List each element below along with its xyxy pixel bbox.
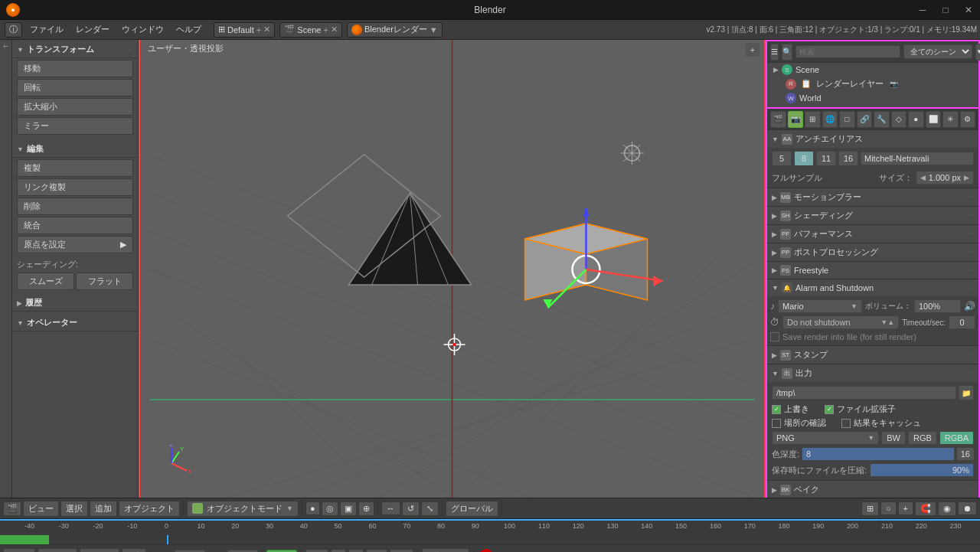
edit-header[interactable]: ▼ 編集 ··· <box>12 141 138 158</box>
jump-start-btn[interactable]: |◀◀ <box>305 549 329 552</box>
prop-scene-btn[interactable]: 🎬 <box>770 111 786 128</box>
menu-help[interactable]: ヘルプ <box>170 22 207 37</box>
layout-selector[interactable]: ⊞ Default + ✕ <box>214 22 275 38</box>
mirror-button[interactable]: ミラー <box>17 117 133 135</box>
prop-edit-btn[interactable]: ◉ <box>938 501 956 516</box>
scene-selector[interactable]: 🎬 Scene + ✕ <box>279 22 342 38</box>
timeline-view-btn[interactable]: ビュー <box>3 548 35 552</box>
scale-button[interactable]: 拡大縮小 <box>17 98 133 116</box>
timeout-val[interactable]: 0 <box>949 315 975 329</box>
prop-data-btn[interactable]: ◇ <box>891 111 907 128</box>
jump-end-btn[interactable]: ▶▶| <box>390 549 413 552</box>
outliner-scene[interactable]: ▶ S Scene <box>767 63 978 77</box>
alarm-header[interactable]: ▼ 🔔 Alarm and Shutdown ··· <box>767 279 978 296</box>
link-duplicate-button[interactable]: リンク複製 <box>17 178 133 196</box>
maximize-button[interactable]: □ <box>934 0 957 20</box>
sync-btn[interactable]: 同期しない <box>422 548 469 552</box>
bake-header[interactable]: ▶ BK ベイク ··· <box>767 481 978 498</box>
freestyle-header[interactable]: ▶ FS Freestyle ··· <box>767 262 978 279</box>
alarm-volume-field[interactable]: 100% <box>914 299 961 313</box>
format-select[interactable]: PNG ▼ <box>772 431 879 445</box>
rendered-shading-btn[interactable]: ⊕ <box>358 501 374 516</box>
operator-header[interactable]: ▼ オペレーター ··· <box>12 315 138 332</box>
viewport[interactable]: ユーザー・透視投影 + X Y Z <box>139 40 766 498</box>
timeline-marker-btn[interactable]: マーカー <box>38 548 77 552</box>
record-anim-btn[interactable]: ● <box>479 549 493 552</box>
move-button[interactable]: 移動 <box>17 60 133 77</box>
save-render-checkbox[interactable] <box>770 332 779 341</box>
shutdown-select[interactable]: Do not shutdown ▼▲ <box>782 315 899 329</box>
aa-8-btn[interactable]: 8 <box>794 151 814 166</box>
depth-16-field[interactable]: 16 <box>957 448 974 460</box>
output-header[interactable]: ▼ 出 出力 ··· <box>767 364 978 382</box>
rotate-button[interactable]: 回転 <box>17 79 133 96</box>
transform-header[interactable]: ▼ トランスフォーム ··· <box>12 41 138 58</box>
output-path-field[interactable]: /tmp\ <box>772 386 956 400</box>
prop-physics-btn[interactable]: ⚙ <box>960 111 976 128</box>
timeline-frame-btn[interactable]: フレーム <box>80 548 119 552</box>
global-btn[interactable]: グローバル <box>446 501 498 517</box>
outliner-icon-btn[interactable]: ☰ <box>770 44 779 60</box>
antialias-header[interactable]: ▼ AA アンチエイリアス ··· <box>767 130 978 148</box>
move-tool-btn[interactable]: ↔ <box>381 501 400 515</box>
prop-layers-btn[interactable]: ⊞ <box>805 111 821 128</box>
smooth-button[interactable]: スムーズ <box>17 273 74 290</box>
prop-world-btn[interactable]: 🌐 <box>822 111 838 128</box>
timeline-bar[interactable] <box>0 535 980 544</box>
prop-constraints-btn[interactable]: 🔗 <box>857 111 873 128</box>
aa-16-btn[interactable]: 16 <box>838 151 858 166</box>
minimize-button[interactable]: ─ <box>911 0 934 20</box>
info-icon-btn[interactable]: ⓘ <box>5 22 22 38</box>
overlay-btn[interactable]: ○ <box>880 501 897 515</box>
post-proc-header[interactable]: ▶ PP ポストプロセッシング ··· <box>767 243 978 261</box>
overwrite-checkbox[interactable]: ✓ <box>772 405 781 414</box>
prop-render-btn[interactable]: 📷 <box>788 111 804 128</box>
timeline-play-btn[interactable]: 再生 <box>122 548 146 552</box>
prop-object-btn[interactable]: □ <box>839 111 855 128</box>
wire-shading-btn[interactable]: ◎ <box>322 501 338 516</box>
rgba-btn[interactable]: RGBA <box>939 431 974 445</box>
cache-checkbox[interactable] <box>841 419 851 428</box>
scale-tool-btn[interactable]: ⤡ <box>421 501 439 516</box>
shading-props-header[interactable]: ▶ SH シェーディング ··· <box>767 207 978 224</box>
play-btn[interactable]: ▶ <box>348 549 364 552</box>
outliner-search-input[interactable] <box>795 45 900 58</box>
output-folder-btn[interactable]: 📁 <box>959 385 974 400</box>
outliner-filter-btn[interactable]: ▼ <box>975 44 980 60</box>
close-button[interactable]: ✕ <box>957 0 980 20</box>
prop-particles-btn[interactable]: ✳ <box>942 111 959 128</box>
object-mode-btn[interactable]: オブジェクトモード ▼ <box>187 501 299 517</box>
rgb-btn[interactable]: RGB <box>908 431 937 445</box>
stamp-header[interactable]: ▶ ST スタンプ ··· <box>767 346 978 364</box>
material-shading-btn[interactable]: ▣ <box>340 501 357 516</box>
prop-modifiers-btn[interactable]: 🔧 <box>874 111 890 128</box>
snap-btn[interactable]: 🧲 <box>915 501 936 516</box>
alarm-sound-field[interactable]: Mario ▼ <box>778 299 862 313</box>
compress-val-field[interactable]: 90% <box>870 463 974 477</box>
join-button[interactable]: 統合 <box>17 217 133 234</box>
size-val-field[interactable]: ◀ 1.000 px ▶ <box>916 171 974 185</box>
menu-window[interactable]: ウィンドウ <box>116 22 170 37</box>
bw-btn[interactable]: BW <box>881 431 906 445</box>
rotate-tool-btn[interactable]: ↺ <box>402 501 420 516</box>
flat-button[interactable]: フラット <box>76 273 133 290</box>
menu-file[interactable]: ファイル <box>24 22 70 37</box>
file-ext-checkbox[interactable]: ✓ <box>825 405 834 414</box>
gizmo-btn[interactable]: + <box>898 501 913 515</box>
prop-texture-btn[interactable]: ⬜ <box>926 111 942 128</box>
toolbar-icon-btn[interactable]: 🎬 <box>3 501 21 516</box>
solid-shading-btn[interactable]: ● <box>305 501 320 515</box>
duplicate-button[interactable]: 複製 <box>17 159 133 177</box>
depth-8-field[interactable]: 8 <box>802 447 955 461</box>
performance-header[interactable]: ▶ PF パフォーマンス ··· <box>767 225 978 243</box>
history-header[interactable]: ▶ 履歴 ··· <box>12 295 138 312</box>
play-fwd-btn[interactable]: ▶▶ <box>366 549 387 552</box>
view-btn[interactable]: ビュー <box>23 501 59 517</box>
outliner-search-btn[interactable]: 🔍 <box>782 44 792 60</box>
scene-dropdown[interactable]: 全てのシーン <box>903 44 972 59</box>
object-btn[interactable]: オブジェクト <box>119 501 180 517</box>
aa-filter-dropdown[interactable]: Mitchell-Netravali <box>861 152 974 165</box>
confirm-checkbox[interactable] <box>772 419 781 428</box>
outliner-render-layer[interactable]: R 📋 レンダーレイヤー 📷 <box>767 77 978 91</box>
delete-button[interactable]: 削除 <box>17 198 133 215</box>
